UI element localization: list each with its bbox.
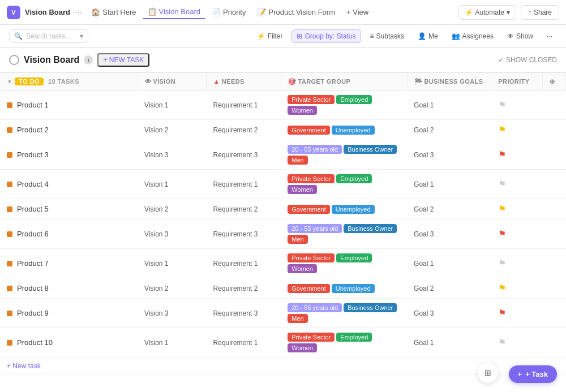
col-header-vision: 👁 VISION xyxy=(138,73,207,91)
task-color-indicator xyxy=(7,261,12,266)
me-button[interactable]: 👤 Me xyxy=(413,30,443,42)
tab-product-vision-form[interactable]: 📝 Product Vision Form xyxy=(252,6,340,19)
assignees-button[interactable]: 👥 Assignees xyxy=(447,30,498,42)
tag-badge: Women xyxy=(288,343,317,352)
tag-badge: Private Sector xyxy=(288,253,335,262)
col-header-business: 🏁 BUSINESS GOALS xyxy=(407,73,491,91)
tags-container: Private SectorEmployedWomen xyxy=(288,174,400,194)
tab-start-here[interactable]: 🏠 Start Here xyxy=(87,6,140,19)
task-name[interactable]: Product 3 xyxy=(17,150,49,159)
task-name[interactable]: Product 2 xyxy=(17,126,49,134)
business-goals-cell: Goal 1 xyxy=(407,170,491,199)
tag-badge: Unemployed xyxy=(332,205,375,214)
group-by-button[interactable]: ⊞ Group by: Status xyxy=(291,29,361,43)
task-cell: Product 1 xyxy=(7,101,131,109)
task-cell: Product 8 xyxy=(7,284,131,292)
board-dots[interactable]: ··· xyxy=(75,7,82,18)
vision-cell: Vision 2 xyxy=(138,120,207,140)
new-task-button[interactable]: + NEW TASK xyxy=(97,53,149,67)
show-closed-button[interactable]: ✓ SHOW CLOSED xyxy=(498,56,557,64)
tag-badge: Business Owner xyxy=(344,303,397,312)
share-button[interactable]: ↑ Share xyxy=(521,5,559,20)
tag-badge: Business Owner xyxy=(344,145,397,154)
tag-badge: Women xyxy=(288,264,317,273)
tags-container: 20 - 55 years oldBusiness OwnerMen xyxy=(288,145,400,165)
automate-chevron: ▾ xyxy=(507,8,510,16)
tab-priority[interactable]: 📄 Priority xyxy=(207,6,250,19)
tag-badge: 20 - 55 years old xyxy=(288,224,342,233)
needs-cell: Requirement 1 xyxy=(207,170,281,199)
row-options-cell xyxy=(543,328,566,357)
tag-badge: Government xyxy=(288,284,330,293)
show-button[interactable]: 👁 Show xyxy=(503,30,538,42)
task-name[interactable]: Product 1 xyxy=(17,101,49,109)
needs-cell: Requirement 1 xyxy=(207,249,281,278)
task-cell: Product 3 xyxy=(7,150,131,159)
automate-button[interactable]: ⚡ Automate ▾ xyxy=(458,5,516,20)
col-header-target: 🎯 TARGET GROUP xyxy=(281,73,407,91)
priority-cell: ⚑ xyxy=(491,328,543,357)
tag-badge: Men xyxy=(288,156,307,165)
priority-cell: ⚑ xyxy=(491,199,543,219)
task-cell: Product 4 xyxy=(7,180,131,188)
add-col-icon[interactable]: ⊕ xyxy=(550,78,555,85)
table-header-row: ▼ TO DO 10 TASKS 👁 VISION ▲ NEEDS 🎯 TARG… xyxy=(0,73,566,91)
tag-badge: 20 - 55 years old xyxy=(288,303,342,312)
nav-right-actions: ⚡ Automate ▾ ↑ Share xyxy=(458,5,559,20)
row-options-cell xyxy=(543,170,566,199)
target-col-icon: 🎯 xyxy=(288,78,296,85)
tag-badge: Private Sector xyxy=(288,95,335,104)
task-name[interactable]: Product 10 xyxy=(17,338,53,347)
task-name[interactable]: Product 9 xyxy=(17,309,49,317)
target-group-cell: GovernmentUnemployed xyxy=(281,120,407,140)
tag-badge: Women xyxy=(288,106,317,115)
business-goals-cell: Goal 3 xyxy=(407,299,491,328)
vision-cell: Vision 2 xyxy=(138,278,207,299)
task-name[interactable]: Product 5 xyxy=(17,205,49,213)
group-badge-label: TO DO xyxy=(15,77,44,85)
tags-container: 20 - 55 years oldBusiness OwnerMen xyxy=(288,303,400,323)
fab-plus-icon: + xyxy=(518,370,522,378)
needs-cell: Requirement 1 xyxy=(207,328,281,357)
group-task-count: 10 TASKS xyxy=(48,78,79,85)
vision-board-icon: 📋 xyxy=(148,7,157,16)
tab-vision-board[interactable]: 📋 Vision Board xyxy=(143,5,205,19)
fab-grid-button[interactable]: ⊞ xyxy=(478,363,498,383)
search-box[interactable]: 🔍 Search tasks... ▾ xyxy=(9,29,88,43)
row-options-cell xyxy=(543,249,566,278)
vision-cell: Vision 3 xyxy=(138,299,207,328)
table-row: Product 8 Vision 2Requirement 2Governmen… xyxy=(0,278,566,299)
tag-badge: 20 - 55 years old xyxy=(288,145,342,154)
business-goals-cell: Goal 2 xyxy=(407,120,491,140)
priority-cell: ⚑ xyxy=(491,249,543,278)
task-color-indicator xyxy=(7,340,12,346)
task-name[interactable]: Product 8 xyxy=(17,284,49,292)
fab-add-task[interactable]: + + Task xyxy=(509,365,557,383)
tag-badge: Employed xyxy=(336,253,372,262)
tasks-table: ▼ TO DO 10 TASKS 👁 VISION ▲ NEEDS 🎯 TARG… xyxy=(0,73,566,375)
task-cell: Product 2 xyxy=(7,126,131,134)
group-toggle-icon[interactable]: ▼ xyxy=(7,79,12,85)
table-row: Product 1 Vision 1Requirement 1Private S… xyxy=(0,91,566,120)
task-name[interactable]: Product 6 xyxy=(17,230,49,238)
row-options-cell xyxy=(543,278,566,299)
business-goals-cell: Goal 3 xyxy=(407,219,491,249)
tag-badge: Women xyxy=(288,185,317,194)
task-color-indicator xyxy=(7,127,12,133)
filter-button[interactable]: ⚡ Filter xyxy=(252,30,288,42)
table-row: Product 7 Vision 1Requirement 1Private S… xyxy=(0,249,566,278)
tags-container: 20 - 55 years oldBusiness OwnerMen xyxy=(288,224,400,244)
assignees-icon: 👥 xyxy=(452,32,460,40)
subtasks-button[interactable]: ≡ Subtasks xyxy=(366,30,409,42)
target-group-cell: Private SectorEmployedWomen xyxy=(281,91,407,120)
task-cell: Product 6 xyxy=(7,230,131,238)
board-title: Vision Board xyxy=(25,8,70,16)
priority-flag-icon: ⚑ xyxy=(498,229,506,239)
task-name[interactable]: Product 4 xyxy=(17,180,49,188)
task-name[interactable]: Product 7 xyxy=(17,259,49,268)
needs-cell: Requirement 3 xyxy=(207,299,281,328)
more-options-button[interactable]: ··· xyxy=(542,30,557,42)
page-header: Vision Board i + NEW TASK ✓ SHOW CLOSED xyxy=(0,48,566,73)
info-icon[interactable]: i xyxy=(84,55,93,64)
tab-add-view[interactable]: + View xyxy=(342,6,373,19)
